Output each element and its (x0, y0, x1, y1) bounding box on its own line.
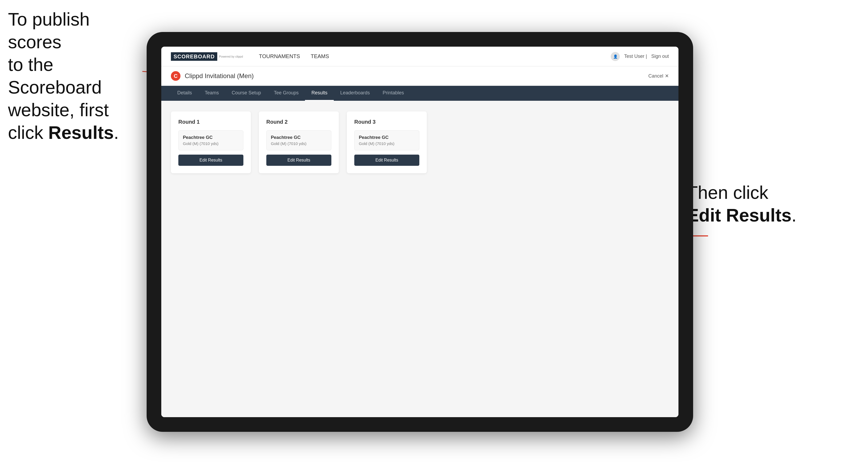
top-nav-right: 👤 Test User | Sign out (611, 52, 669, 61)
round-3-edit-results-button[interactable]: Edit Results (354, 155, 419, 166)
round-1-course-name: Peachtree GC (183, 135, 239, 140)
tablet-screen: SCOREBOARD Powered by clippd TOURNAMENTS… (161, 46, 678, 417)
tournament-title-area: C Clippd Invitational (Men) (171, 71, 254, 81)
tab-teams[interactable]: Teams (198, 86, 225, 101)
instruction-right: Then click Edit Results. (687, 181, 815, 226)
tab-tee-groups[interactable]: Tee Groups (268, 86, 305, 101)
rounds-grid: Round 1 Peachtree GC Gold (M) (7010 yds)… (171, 112, 669, 173)
round-2-title: Round 2 (266, 119, 331, 125)
sub-nav: Details Teams Course Setup Tee Groups Re… (161, 86, 678, 101)
cancel-icon: ✕ (665, 73, 669, 79)
round-3-title: Round 3 (354, 119, 419, 125)
tab-details[interactable]: Details (171, 86, 198, 101)
round-3-course-name: Peachtree GC (359, 135, 415, 140)
cancel-button[interactable]: Cancel ✕ (648, 73, 669, 79)
instruction-right-period: . (792, 205, 797, 225)
round-1-course-card: Peachtree GC Gold (M) (7010 yds) (178, 130, 243, 150)
round-1-edit-results-button[interactable]: Edit Results (178, 155, 243, 166)
instruction-edit-results-bold: Edit Results (687, 205, 792, 225)
round-1-course-details: Gold (M) (7010 yds) (183, 141, 239, 146)
instruction-results-bold: Results (48, 122, 114, 143)
round-3-card: Round 3 Peachtree GC Gold (M) (7010 yds)… (347, 112, 427, 173)
cancel-label: Cancel (648, 73, 663, 79)
tab-leaderboards[interactable]: Leaderboards (334, 86, 376, 101)
round-2-course-details: Gold (M) (7010 yds) (271, 141, 327, 146)
tournament-header: C Clippd Invitational (Men) Cancel ✕ (161, 66, 678, 86)
nav-tournaments[interactable]: TOURNAMENTS (259, 53, 300, 59)
user-avatar: 👤 (611, 52, 620, 61)
clippd-logo: C (171, 71, 181, 81)
instruction-right-line1: Then click (687, 182, 768, 203)
nav-teams[interactable]: TEAMS (311, 53, 329, 59)
tab-course-setup[interactable]: Course Setup (225, 86, 268, 101)
top-nav-links: TOURNAMENTS TEAMS (259, 53, 611, 59)
round-2-course-card: Peachtree GC Gold (M) (7010 yds) (266, 130, 331, 150)
instruction-line2: to the Scoreboard (8, 54, 102, 97)
instruction-left: To publish scores to the Scoreboard webs… (8, 8, 141, 144)
round-2-card: Round 2 Peachtree GC Gold (M) (7010 yds)… (259, 112, 339, 173)
signout-link[interactable]: Sign out (651, 54, 669, 59)
top-nav: SCOREBOARD Powered by clippd TOURNAMENTS… (161, 46, 678, 66)
instruction-line4-prefix: click (8, 122, 48, 143)
instruction-line1: To publish scores (8, 9, 90, 52)
logo-scoreboard: SCOREBOARD (171, 52, 217, 61)
logo-area: SCOREBOARD Powered by clippd (171, 52, 243, 61)
tablet-frame: SCOREBOARD Powered by clippd TOURNAMENTS… (147, 32, 693, 432)
tab-printables[interactable]: Printables (376, 86, 410, 101)
logo-subtitle: Powered by clippd (219, 55, 243, 58)
instruction-period: . (114, 122, 119, 143)
round-1-title: Round 1 (178, 119, 243, 125)
main-content: Round 1 Peachtree GC Gold (M) (7010 yds)… (161, 101, 678, 417)
round-2-course-name: Peachtree GC (271, 135, 327, 140)
instruction-line3: website, first (8, 100, 109, 120)
round-1-card: Round 1 Peachtree GC Gold (M) (7010 yds)… (171, 112, 251, 173)
tournament-title: Clippd Invitational (Men) (185, 72, 254, 80)
round-3-course-card: Peachtree GC Gold (M) (7010 yds) (354, 130, 419, 150)
tab-results[interactable]: Results (305, 86, 334, 101)
round-2-edit-results-button[interactable]: Edit Results (266, 155, 331, 166)
user-label: Test User | (624, 54, 647, 59)
round-3-course-details: Gold (M) (7010 yds) (359, 141, 415, 146)
